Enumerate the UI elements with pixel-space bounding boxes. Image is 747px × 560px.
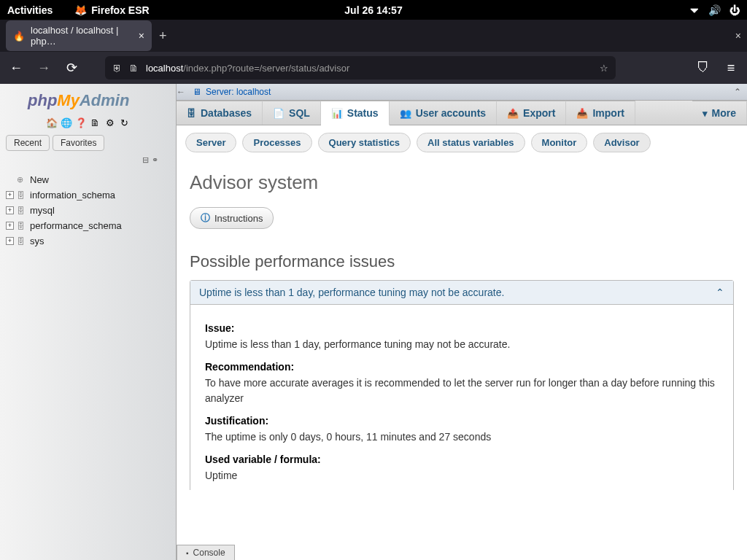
justification-label: Justification:	[205, 415, 719, 427]
tab-more[interactable]: ▾More	[692, 101, 747, 125]
db-icon: 🗄	[17, 237, 27, 246]
top-tabs: 🗄Databases 📄SQL 📊Status 👥User accounts 📤…	[177, 101, 747, 125]
justification-text: The uptime is only 0 days, 0 hours, 11 m…	[205, 429, 719, 445]
server-label[interactable]: Server: localhost	[206, 87, 271, 97]
page-title: Advisor system	[190, 171, 734, 194]
favorites-tab[interactable]: Favorites	[53, 135, 104, 151]
back-button[interactable]: ←	[7, 61, 25, 76]
firefox-icon: 🦊	[74, 4, 87, 16]
recommendation-text: To have more accurate averages it is rec…	[205, 376, 719, 406]
instructions-button[interactable]: ⓘ Instructions	[190, 207, 274, 229]
issue-accordion: Uptime is less than 1 day, performance t…	[190, 280, 734, 490]
recent-tab[interactable]: Recent	[6, 135, 50, 151]
favicon-icon: 🔥	[13, 31, 25, 42]
url-bar[interactable]: ⛨ 🗎 localhost/index.php?route=/server/st…	[105, 56, 616, 79]
power-icon[interactable]: ⏻	[729, 4, 740, 16]
settings-icon[interactable]: ⚙	[104, 117, 116, 129]
home-icon[interactable]: 🏠	[46, 117, 58, 129]
db-icon: 🗄	[17, 222, 27, 230]
desktop-top-bar: Activities 🦊 Firefox ESR Jul 26 14:57 ⏷ …	[0, 0, 747, 20]
subtab-server[interactable]: Server	[185, 133, 236, 152]
tab-export[interactable]: 📤Export	[497, 101, 566, 125]
pma-logo[interactable]: phpMyAdmin	[0, 84, 176, 114]
server-icon: 🖥	[193, 87, 201, 97]
issue-label: Issue:	[205, 322, 719, 334]
browser-toolbar: ← → ⟳ ⛨ 🗎 localhost/index.php?route=/ser…	[0, 52, 747, 84]
section-heading: Possible performance issues	[190, 252, 734, 271]
tab-sql[interactable]: 📄SQL	[263, 101, 321, 125]
db-icon: 🗄	[17, 191, 27, 200]
formula-text: Uptime	[205, 468, 719, 483]
network-icon[interactable]: ⏷	[689, 4, 700, 16]
active-app[interactable]: 🦊 Firefox ESR	[74, 4, 149, 16]
accordion-header[interactable]: Uptime is less than 1 day, performance t…	[190, 281, 733, 305]
subtab-monitor[interactable]: Monitor	[531, 133, 588, 152]
expand-icon[interactable]: +	[6, 191, 14, 199]
browser-tab[interactable]: 🔥 localhost / localhost | php… ×	[6, 20, 152, 51]
tab-databases[interactable]: 🗄Databases	[177, 101, 263, 125]
sql-icon[interactable]: 🗎	[90, 117, 101, 129]
volume-icon[interactable]: 🔊	[708, 4, 721, 16]
subtab-processes[interactable]: Processes	[242, 133, 311, 152]
lock-icon[interactable]: 🗎	[129, 63, 139, 74]
tab-status[interactable]: 📊Status	[321, 101, 390, 125]
db-icon: 🗄	[17, 206, 27, 215]
issue-text: Uptime is less than 1 day, performance t…	[205, 337, 719, 352]
db-node[interactable]: + 🗄 sys	[6, 233, 173, 249]
link-icon[interactable]: ⚭	[152, 155, 158, 165]
pocket-icon[interactable]: ⛉	[694, 61, 712, 76]
chevron-up-icon: ⌃	[716, 287, 724, 298]
expand-icon[interactable]: +	[6, 222, 14, 230]
forward-button: →	[35, 61, 53, 76]
console-tab[interactable]: Console	[177, 545, 235, 560]
info-icon: ⓘ	[201, 211, 210, 225]
docs-icon[interactable]: ❓	[75, 117, 87, 129]
collapse-sidebar-icon[interactable]: ←	[177, 87, 185, 97]
databases-icon: 🗄	[187, 108, 196, 119]
pma-content: ← 🖥 Server: localhost ⌃ 🗄Databases 📄SQL …	[177, 84, 747, 560]
tab-users[interactable]: 👥User accounts	[390, 101, 497, 125]
expand-icon[interactable]: +	[6, 206, 14, 214]
collapse-all-icon[interactable]: ⊟	[142, 155, 149, 165]
tab-import[interactable]: 📥Import	[566, 101, 635, 125]
logout-icon[interactable]: 🌐	[61, 117, 72, 129]
close-tab-icon[interactable]: ×	[139, 30, 144, 42]
pma-sidebar: phpMyAdmin 🏠 🌐 ❓ 🗎 ⚙ ↻ Recent Favorites …	[0, 84, 177, 560]
sub-tabs: Server Processes Query statistics All st…	[177, 125, 747, 160]
chevron-down-icon: ▾	[703, 108, 708, 119]
shield-icon[interactable]: ⛨	[112, 63, 122, 74]
reload-icon[interactable]: ↻	[119, 117, 131, 129]
import-icon: 📥	[576, 108, 588, 119]
new-tab-button[interactable]: +	[159, 28, 167, 44]
db-node[interactable]: + 🗄 mysql	[6, 203, 173, 218]
reload-button[interactable]: ⟳	[63, 60, 80, 76]
export-icon: 📤	[507, 108, 519, 119]
status-icon: 📊	[331, 108, 343, 119]
activities-button[interactable]: Activities	[7, 4, 53, 16]
pma-icon-row: 🏠 🌐 ❓ 🗎 ⚙ ↻	[0, 114, 176, 135]
formula-label: Used variable / formula:	[205, 454, 719, 465]
accordion-body: Issue: Uptime is less than 1 day, perfor…	[190, 305, 733, 490]
browser-tab-strip: 🔥 localhost / localhost | php… × + ×	[0, 20, 747, 52]
subtab-all-status-variables[interactable]: All status variables	[417, 133, 525, 152]
subtab-query-statistics[interactable]: Query statistics	[318, 133, 411, 152]
database-tree: ⊕ New + 🗄 information_schema + 🗄 mysql +…	[0, 168, 176, 249]
new-db-icon: ⊕	[17, 175, 27, 184]
close-window-icon[interactable]: ×	[735, 30, 741, 42]
breadcrumb: 🖥 Server: localhost ⌃	[177, 84, 747, 101]
bookmark-icon[interactable]: ☆	[600, 63, 608, 74]
hamburger-menu-icon[interactable]: ≡	[722, 61, 740, 76]
db-node[interactable]: + 🗄 performance_schema	[6, 218, 173, 233]
users-icon: 👥	[400, 108, 411, 119]
expand-icon[interactable]: +	[6, 237, 14, 245]
db-node-new[interactable]: ⊕ New	[6, 172, 173, 187]
clock[interactable]: Jul 26 14:57	[344, 4, 402, 16]
sql-tab-icon: 📄	[273, 108, 285, 119]
recommendation-label: Recommendation:	[205, 361, 719, 373]
collapse-breadcrumb-icon[interactable]: ⌃	[734, 87, 741, 97]
db-node[interactable]: + 🗄 information_schema	[6, 187, 173, 203]
subtab-advisor[interactable]: Advisor	[593, 133, 650, 152]
